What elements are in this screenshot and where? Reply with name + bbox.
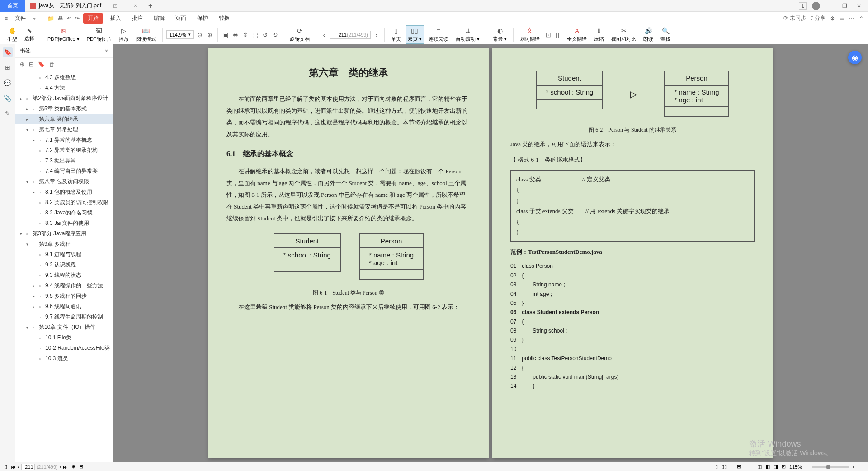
bookmark-item[interactable]: ▸▫9.6 线程间通讯	[15, 301, 113, 312]
comment-icon[interactable]: 💬	[3, 78, 13, 88]
notification-badge[interactable]: 1	[799, 2, 807, 10]
print-icon[interactable]: 🖶	[58, 15, 63, 22]
ocr-icon[interactable]: ◫	[554, 31, 562, 39]
signature-icon[interactable]: ✎	[3, 109, 13, 119]
continuous-button[interactable]: ≡ 连续阅读	[426, 27, 451, 43]
bookmark-item[interactable]: ▫4.4 方法	[15, 83, 113, 93]
home-tab[interactable]: 首页	[0, 0, 25, 12]
document-viewport[interactable]: 第六章 类的继承 在前面的两章里已经了解了类的基本使用方法，对于面向对象的程序而…	[113, 44, 868, 462]
start-tab[interactable]: 开始	[83, 13, 103, 24]
bookmark-item[interactable]: ▾▫第10章 文件（IO）操作	[15, 322, 113, 333]
marquee-zoom-icon[interactable]: ⬚	[251, 31, 259, 39]
bookmark-item[interactable]: ▸▫7.1 异常的基本概念	[15, 135, 113, 145]
open-icon[interactable]: 📁	[47, 15, 54, 22]
thumbnail-icon[interactable]: ⊞	[3, 62, 13, 72]
bookmark-item[interactable]: ▫8.2 类成员的访问控制权限	[15, 197, 113, 208]
protect-tab[interactable]: 保护	[193, 13, 212, 24]
bookmark-item[interactable]: ▸▫9.5 多线程的同步	[15, 291, 113, 301]
fullscreen-icon[interactable]: ⛶	[859, 464, 863, 470]
file-menu[interactable]: 文件	[11, 13, 29, 24]
more-icon[interactable]: ⋯	[849, 15, 854, 22]
bookmark-item[interactable]: ▸▫第2部分 Java面向对象程序设计	[15, 93, 113, 104]
close-panel-icon[interactable]: ×	[105, 48, 108, 54]
auto-scroll-button[interactable]: ⇊ 自动滚动 ▾	[453, 27, 482, 43]
bookmark-item[interactable]: ▫10-2 RandomAccessFile类	[15, 343, 113, 353]
zoom-slider[interactable]	[812, 466, 849, 468]
insert-tab[interactable]: 插入	[107, 13, 125, 24]
redo-icon[interactable]: ↷	[75, 15, 80, 22]
minimize-button[interactable]: —	[826, 3, 835, 9]
screenshot-button[interactable]: ✂ 截图和对比	[609, 27, 639, 43]
convert-tab[interactable]: 转换	[215, 13, 233, 24]
collapse-icon[interactable]: ⌃	[859, 15, 863, 22]
bookmark-item[interactable]: ▾▫第9章 多线程	[15, 239, 113, 249]
next-page-button[interactable]: ›	[60, 464, 61, 470]
rotate-left-icon[interactable]: ↺	[261, 31, 269, 39]
zoom-input[interactable]: 114.9% ▾	[166, 30, 194, 39]
hand-tool[interactable]: ✋ 手型	[5, 27, 20, 43]
bookmark-tree[interactable]: ▫4.3 多维数组▫4.4 方法▸▫第2部分 Java面向对象程序设计▸▫第5章…	[15, 71, 113, 462]
delete-bookmark-icon[interactable]: 🗑	[49, 61, 55, 67]
status-add-icon[interactable]: ⊕	[71, 464, 75, 470]
bookmark-item[interactable]: ▫9.2 认识线程	[15, 260, 113, 270]
bookmark-item[interactable]: ▾▫第3部分 Java程序应用	[15, 228, 113, 239]
zoom-in-icon[interactable]: ⊕	[206, 31, 214, 39]
status-view-icon[interactable]: ▯	[5, 464, 7, 470]
extract-text-icon[interactable]: ⊡	[544, 31, 552, 39]
full-translate-button[interactable]: A 全文翻译	[564, 27, 590, 43]
bookmark-item[interactable]: ▫8.2 Java的命名习惯	[15, 208, 113, 218]
select-tool[interactable]: ⬉ 选择	[22, 26, 37, 42]
bookmark-item[interactable]: ▫9.1 进程与线程	[15, 249, 113, 260]
menu-icon[interactable]: ≡	[5, 15, 8, 22]
background-button[interactable]: ◐ 背景 ▾	[490, 27, 509, 43]
share-button[interactable]: ⤴ 分享	[811, 14, 826, 22]
compress-button[interactable]: ⬇ 压缩	[591, 27, 607, 43]
bookmark-item[interactable]: ▫9.7 线程生命周期的控制	[15, 312, 113, 322]
layout-3-icon[interactable]: ◨	[774, 464, 778, 470]
bookmark-item[interactable]: ▫9.3 线程的状态	[15, 270, 113, 281]
next-page-button[interactable]: ›	[373, 31, 381, 39]
bookmark-item[interactable]: ▫10.3 流类	[15, 353, 113, 364]
view-mode-3-icon[interactable]: ≡	[731, 464, 733, 470]
page-input[interactable]: (211/499)	[330, 31, 371, 39]
read-aloud-button[interactable]: 🔊 朗读	[641, 27, 656, 43]
status-zoom-value[interactable]: 115%	[789, 464, 802, 470]
document-tab[interactable]: java从一无所知到入门.pdf ⊡ ×	[25, 2, 142, 10]
play-button[interactable]: ▷ 播放	[116, 27, 132, 43]
close-tab-icon[interactable]: ×	[134, 3, 137, 9]
status-remove-icon[interactable]: ⊟	[79, 464, 83, 470]
maximize-button[interactable]: ❐	[840, 3, 849, 9]
bookmark-item[interactable]: ▫7.3 抛出异常	[15, 156, 113, 166]
layout-4-icon[interactable]: ⊡	[782, 464, 786, 470]
sync-status[interactable]: ⟳ 未同步	[783, 14, 806, 22]
layout-2-icon[interactable]: ◧	[765, 464, 770, 470]
fit-page-icon[interactable]: ▣	[222, 31, 230, 39]
dropdown-icon[interactable]: ▾	[33, 15, 36, 22]
bookmark-item[interactable]: ▫8.3 Jar文件的使用	[15, 218, 113, 228]
close-window-button[interactable]: ✕	[854, 3, 863, 9]
last-page-button[interactable]: ⏭	[63, 464, 68, 470]
window-icon[interactable]: ▭	[840, 15, 844, 22]
zoom-out-icon[interactable]: ⊖	[196, 31, 204, 39]
pdf-to-image-button[interactable]: 🖼 PDF转图片	[84, 27, 114, 43]
first-page-button[interactable]: ⏮	[11, 464, 16, 470]
fit-width-icon[interactable]: ⇔	[231, 31, 240, 39]
float-action-button[interactable]: ◉	[848, 51, 862, 64]
bookmark-item[interactable]: ▸▫第六章 类的继承	[15, 114, 113, 124]
settings-icon[interactable]: ⚙	[830, 15, 835, 22]
bookmark-item[interactable]: ▸▫第5章 类的基本形式	[15, 104, 113, 114]
zoom-in-button[interactable]: +	[852, 464, 855, 470]
bookmark-item[interactable]: ▫7.4 编写自己的异常类	[15, 166, 113, 176]
layout-1-icon[interactable]: ◫	[757, 464, 762, 470]
prev-page-button[interactable]: ‹	[18, 464, 19, 470]
bookmark-item[interactable]: ▫4.3 多维数组	[15, 72, 113, 83]
edit-tab[interactable]: 编辑	[150, 13, 168, 24]
undo-icon[interactable]: ↶	[67, 15, 71, 22]
bookmark-item[interactable]: ▾▫第八章 包及访问权限	[15, 176, 113, 187]
fit-height-icon[interactable]: ⇕	[241, 31, 250, 39]
review-tab[interactable]: 批注	[128, 13, 146, 24]
bookmark-item[interactable]: ▸▫8.1 包的概念及使用	[15, 187, 113, 197]
read-mode-button[interactable]: 📖 阅读模式	[133, 27, 159, 43]
single-page-button[interactable]: ▯ 单页	[388, 27, 404, 43]
prev-page-button[interactable]: ‹	[320, 31, 328, 39]
